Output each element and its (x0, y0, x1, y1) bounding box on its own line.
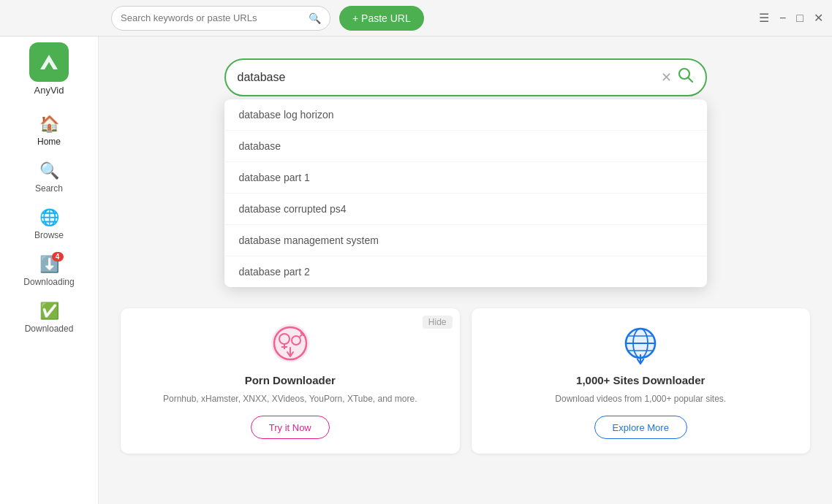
close-icon[interactable]: ✕ (814, 11, 823, 25)
window-controls: ☰ − □ ✕ (759, 11, 823, 25)
suggestion-item[interactable]: database (224, 131, 707, 162)
main-layout: AnyVid 🏠 Home 🔍 Search 🌐 Browse ⬇️ 4 Dow… (0, 37, 832, 504)
sidebar-item-browse[interactable]: 🌐 Browse (0, 201, 98, 248)
sidebar-label-downloading: Downloading (23, 277, 74, 287)
suggestion-item[interactable]: database log horizon (224, 99, 707, 131)
search-bar-large[interactable]: database ✕ (224, 58, 707, 96)
menu-icon[interactable]: ☰ (759, 11, 769, 25)
suggestion-item[interactable]: database management system (224, 225, 707, 256)
sites-downloader-desc: Download videos from 1,000+ popular site… (555, 392, 726, 405)
clear-search-button[interactable]: ✕ (661, 69, 672, 85)
sidebar-label-browse: Browse (34, 230, 64, 240)
suggestion-item[interactable]: database part 2 (224, 256, 707, 287)
cards-area: Hide Porn Downloader (99, 294, 832, 468)
sidebar-label-downloaded: Downloaded (25, 324, 74, 334)
sites-downloader-icon (619, 323, 662, 367)
porn-downloader-icon (268, 323, 312, 367)
search-icon: 🔍 (39, 161, 59, 180)
title-bar: 🔍 + Paste URL ☰ − □ ✕ (0, 0, 832, 37)
sidebar-item-downloading[interactable]: ⬇️ 4 Downloading (0, 248, 98, 294)
suggestions-dropdown: database log horizon database database p… (224, 99, 707, 287)
hide-button[interactable]: Hide (423, 316, 453, 329)
title-search-input[interactable] (121, 12, 309, 23)
porn-downloader-title: Porn Downloader (245, 374, 336, 386)
search-wrapper: database ✕ database log horizon database… (224, 58, 707, 96)
svg-line-1 (688, 77, 692, 82)
sidebar-label-search: Search (35, 183, 63, 194)
home-icon: 🏠 (39, 115, 59, 134)
minimize-icon[interactable]: − (779, 12, 786, 25)
sidebar: AnyVid 🏠 Home 🔍 Search 🌐 Browse ⬇️ 4 Dow… (0, 37, 99, 504)
maximize-icon[interactable]: □ (796, 12, 803, 25)
sidebar-item-downloaded[interactable]: ✅ Downloaded (0, 294, 98, 341)
app-name-label: AnyVid (34, 85, 64, 96)
main-search-icon[interactable] (678, 67, 694, 88)
try-it-now-button[interactable]: Try it Now (251, 416, 330, 439)
downloaded-icon: ✅ (39, 302, 59, 321)
sidebar-item-search[interactable]: 🔍 Search (0, 154, 98, 201)
paste-url-button[interactable]: + Paste URL (339, 6, 424, 31)
sites-downloader-card: 1,000+ Sites Downloader Download videos … (472, 308, 811, 454)
sites-downloader-title: 1,000+ Sites Downloader (576, 374, 705, 386)
search-svg (678, 67, 694, 83)
content-area: database ✕ database log horizon database… (99, 37, 832, 504)
app-logo-svg (36, 49, 62, 75)
title-bar-search-box[interactable]: 🔍 (111, 6, 330, 31)
downloading-icon: ⬇️ 4 (39, 255, 59, 274)
suggestion-item[interactable]: database corrupted ps4 (224, 194, 707, 225)
search-bar-container: database ✕ database log horizon database… (99, 37, 832, 96)
explore-more-button[interactable]: Explore More (594, 416, 687, 439)
browse-icon: 🌐 (39, 208, 59, 227)
main-search-input[interactable]: database (238, 71, 661, 84)
app-logo (29, 42, 69, 82)
downloading-badge: 4 (52, 252, 64, 261)
porn-downloader-desc: Pornhub, xHamster, XNXX, XVideos, YouPor… (163, 392, 417, 405)
sidebar-item-home[interactable]: 🏠 Home (0, 107, 98, 154)
title-search-icon: 🔍 (309, 12, 321, 24)
sidebar-label-home: Home (37, 137, 61, 147)
suggestion-item[interactable]: database part 1 (224, 162, 707, 194)
porn-downloader-card: Hide Porn Downloader (121, 308, 460, 454)
